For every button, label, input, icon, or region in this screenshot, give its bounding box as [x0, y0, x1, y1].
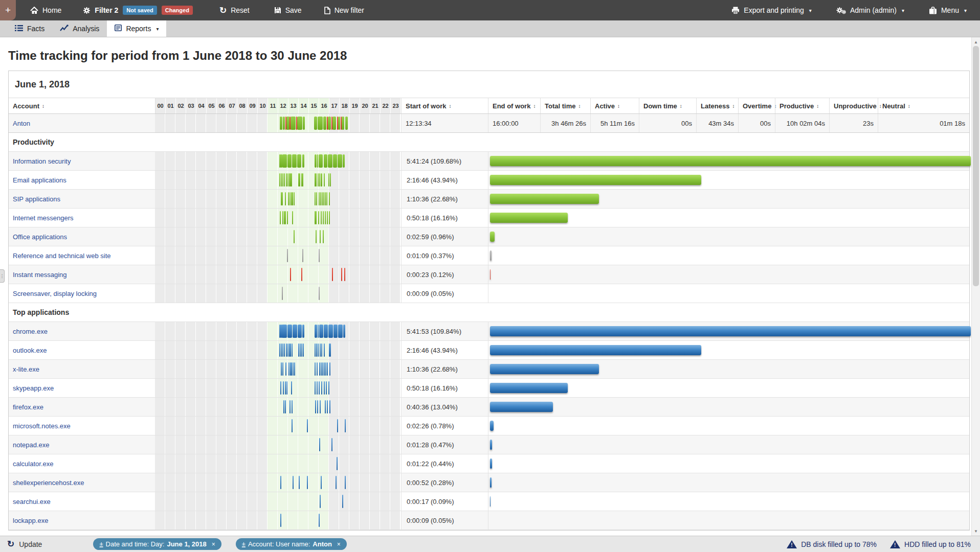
col-header-overtime[interactable]: Overtime↕	[738, 98, 775, 113]
activity-ticks	[155, 492, 401, 511]
hdd-warning[interactable]: HDD filled up to 81%	[890, 540, 971, 548]
usage-bar	[490, 269, 491, 280]
panel-resize-handle[interactable]: ⋮	[0, 269, 5, 283]
reset-button[interactable]: ↻ Reset	[219, 6, 250, 15]
row-label-link[interactable]: Screensaver, display locking	[13, 290, 97, 297]
activity-tick	[329, 343, 330, 357]
vertical-scrollbar[interactable]: ▲ ▼	[971, 37, 980, 536]
col-header-label: Account	[13, 102, 39, 110]
admin-menu[interactable]: Admin (admin) ▾	[836, 6, 904, 14]
update-button[interactable]: ↻ Update	[7, 539, 42, 549]
activity-tick	[328, 117, 331, 130]
activity-timeline	[155, 171, 401, 189]
nav-home[interactable]: Home	[30, 6, 61, 14]
activity-tick	[292, 400, 293, 413]
row-label-link[interactable]: Office applications	[13, 233, 67, 241]
col-header-down-time[interactable]: Down time↕	[639, 98, 696, 113]
down-time-value: 00s	[639, 114, 696, 132]
activity-tick	[343, 154, 345, 168]
activity-tick	[291, 362, 292, 376]
usage-bar-cell	[488, 284, 969, 303]
col-header-productive[interactable]: Productive↕	[775, 98, 829, 113]
row-label-link[interactable]: Instant messaging	[13, 271, 67, 279]
row-label-link[interactable]: Email applications	[13, 176, 66, 184]
row-label-link[interactable]: chrome.exe	[13, 328, 48, 335]
activity-tick	[323, 211, 324, 224]
save-button[interactable]: Save	[274, 6, 302, 14]
usage-bar-cell	[488, 492, 969, 511]
row-label-link[interactable]: shellexperiencehost.exe	[13, 479, 84, 487]
activity-tick	[323, 117, 326, 130]
col-header-label: Neutral	[882, 102, 905, 110]
activity-tick	[345, 419, 346, 432]
activity-tick	[282, 211, 283, 224]
col-header-unproductive[interactable]: Unproductive↕	[829, 98, 878, 113]
activity-tick	[315, 362, 316, 376]
row-label-link[interactable]: skypeapp.exe	[13, 384, 54, 392]
nav-filter[interactable]: Filter 2	[83, 6, 118, 14]
hour-header-cell: 14	[299, 98, 308, 113]
activity-tick	[323, 192, 324, 205]
activity-tick	[328, 325, 333, 338]
toggle-icon[interactable]: ±	[99, 540, 103, 548]
row-label-link[interactable]: lockapp.exe	[13, 517, 48, 524]
row-label-link[interactable]: SIP applications	[13, 195, 60, 203]
row-label-link[interactable]: notepad.exe	[13, 441, 50, 449]
row-label-link[interactable]: outlook.exe	[13, 347, 47, 354]
col-header-start-of-work[interactable]: Start of work↕	[401, 98, 488, 113]
close-icon[interactable]: ×	[337, 541, 341, 548]
filter-chip-account[interactable]: ± Account: User name: Anton ×	[236, 538, 347, 550]
scroll-down-arrow[interactable]: ▼	[972, 527, 980, 535]
activity-tick	[324, 343, 325, 357]
db-disk-warning[interactable]: DB disk filled up to 78%	[787, 540, 877, 548]
activity-ticks	[155, 227, 401, 246]
row-label-link[interactable]: Anton	[13, 120, 30, 127]
table-row: shellexperiencehost.exe0:00:52 (0.28%)	[9, 473, 969, 492]
section-title: Top applications	[13, 308, 69, 316]
main-menu[interactable]: Menu ▾	[929, 6, 967, 14]
new-filter-button[interactable]: New filter	[324, 6, 364, 14]
row-label-link[interactable]: calculator.exe	[13, 460, 54, 468]
col-header-account[interactable]: Account ↕	[9, 98, 155, 113]
row-label-link[interactable]: Reference and technical web site	[13, 252, 111, 260]
row-label-cell: Office applications	[9, 227, 155, 246]
tab-analysis[interactable]: Analysis	[52, 20, 107, 37]
scrollbar-thumb[interactable]	[973, 46, 979, 286]
row-label-cell: Internet messengers	[9, 209, 155, 227]
row-label-link[interactable]: Information security	[13, 157, 71, 165]
row-label-link[interactable]: firefox.exe	[13, 403, 43, 411]
activity-tick	[318, 211, 319, 224]
activity-tick	[286, 381, 287, 395]
close-icon[interactable]: ×	[212, 541, 215, 548]
col-header-label: Total time	[545, 102, 575, 110]
usage-bar-cell	[488, 322, 969, 340]
col-header-active[interactable]: Active↕	[590, 98, 639, 113]
row-label-cell: microsoft.notes.exe	[9, 417, 155, 435]
activity-timeline	[155, 435, 401, 454]
view-tabstrip: Facts Analysis Reports ▾	[0, 20, 980, 37]
activity-tick	[328, 173, 329, 187]
col-header-end-of-work[interactable]: End of work↕	[488, 98, 540, 113]
usage-bar-cell	[488, 171, 969, 189]
col-header-total-time[interactable]: Total time↕	[540, 98, 590, 113]
scroll-up-arrow[interactable]: ▲	[972, 38, 980, 46]
row-label-link[interactable]: x-lite.exe	[13, 365, 39, 373]
row-label-link[interactable]: microsoft.notes.exe	[13, 422, 71, 430]
report-icon	[115, 25, 122, 33]
tab-facts[interactable]: Facts	[7, 20, 52, 37]
tab-reports[interactable]: Reports ▾	[107, 20, 166, 37]
row-label-link[interactable]: searchui.exe	[13, 498, 51, 505]
add-tab-button[interactable]: +	[0, 0, 16, 20]
row-label-link[interactable]: Internet messengers	[13, 214, 74, 222]
activity-ticks	[155, 360, 401, 378]
activity-tick	[302, 325, 304, 338]
col-header-neutral[interactable]: Neutral↕	[878, 98, 969, 113]
table-row: Screensaver, display locking0:00:09 (0.0…	[9, 284, 969, 303]
end-of-work-value: 16:00:00	[488, 114, 540, 132]
export-printing-menu[interactable]: Export and printing ▾	[731, 6, 812, 14]
activity-tick	[318, 117, 323, 130]
activity-tick	[325, 192, 326, 205]
filter-chip-date[interactable]: ± Date and time: Day: June 1, 2018 ×	[93, 538, 221, 550]
toggle-icon[interactable]: ±	[242, 540, 246, 548]
col-header-lateness[interactable]: Lateness↕	[696, 98, 738, 113]
